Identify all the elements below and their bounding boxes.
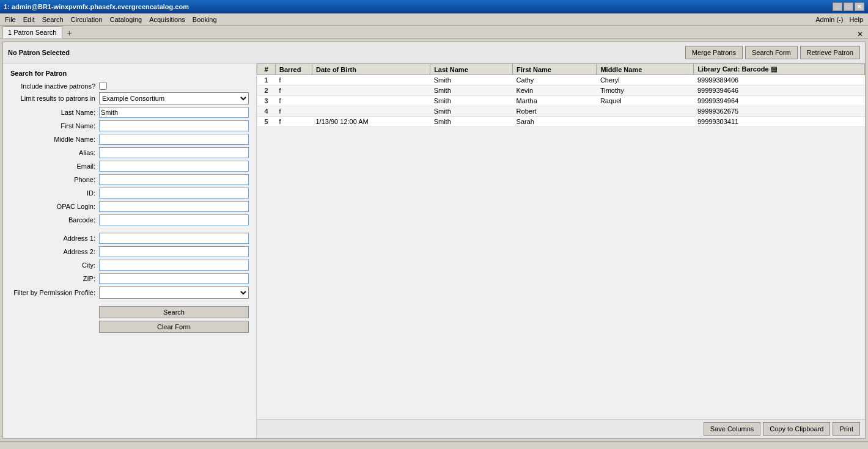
middle-name-input[interactable]: [99, 134, 249, 145]
col-header-first-name: First Name: [513, 64, 597, 75]
cell-first-name: Sarah: [513, 117, 597, 127]
phone-row: Phone:: [10, 174, 249, 185]
search-for-patron-title: Search for Patron: [10, 70, 249, 77]
cell-barcode: 99999389406: [694, 75, 865, 86]
title-controls[interactable]: _ □ ✕: [833, 2, 864, 11]
city-row: City:: [10, 260, 249, 271]
filter-permission-label: Filter by Permission Profile:: [10, 289, 99, 296]
close-window-button[interactable]: ✕: [855, 2, 864, 11]
print-button[interactable]: Print: [833, 422, 860, 436]
merge-patrons-button[interactable]: Merge Patrons: [685, 46, 743, 59]
save-columns-button[interactable]: Save Columns: [704, 422, 761, 436]
add-tab-button[interactable]: +: [64, 27, 76, 38]
opac-login-input[interactable]: [99, 201, 249, 212]
include-inactive-row: Include inactive patrons?: [10, 82, 249, 90]
cell-num: 1: [257, 75, 276, 86]
bottom-bar: Save Columns Copy to Clipboard Print: [257, 419, 865, 438]
results-tbody: 1 f Smith Cathy Cheryl 99999389406 2 f S…: [257, 75, 865, 127]
first-name-label: First Name:: [10, 122, 99, 130]
main-content: No Patron Selected Merge Patrons Search …: [2, 42, 866, 439]
status-bar: [0, 441, 868, 449]
cell-last-name: Smith: [430, 117, 513, 127]
cell-first-name: Robert: [513, 106, 597, 117]
email-label: Email:: [10, 162, 99, 170]
admin-label[interactable]: Admin (-): [815, 16, 843, 23]
left-panel: Search for Patron Include inactive patro…: [3, 64, 257, 438]
menu-booking[interactable]: Booking: [189, 15, 221, 24]
cell-barcode: 99999394646: [694, 86, 865, 96]
retrieve-patron-button[interactable]: Retrieve Patron: [800, 46, 860, 59]
table-row[interactable]: 5 f 1/13/90 12:00 AM Smith Sarah 9999930…: [257, 117, 865, 127]
menu-file[interactable]: File: [1, 15, 20, 24]
phone-input[interactable]: [99, 174, 249, 185]
address2-label: Address 2:: [10, 248, 99, 255]
top-buttons: Merge Patrons Search Form Retrieve Patro…: [685, 46, 860, 59]
title-bar: 1: admin@BR1-winxpvmfx.phasefx.evergreen…: [0, 0, 868, 13]
help-label[interactable]: Help: [849, 16, 863, 23]
menu-edit[interactable]: Edit: [20, 15, 39, 24]
filter-permission-row: Filter by Permission Profile:: [10, 287, 249, 299]
barcode-input[interactable]: [99, 214, 249, 225]
menu-acquisitions[interactable]: Acquisitions: [145, 15, 189, 24]
filter-permission-select[interactable]: [99, 287, 249, 299]
last-name-label: Last Name:: [10, 109, 99, 116]
cell-first-name: Cathy: [513, 75, 597, 86]
clear-form-button[interactable]: Clear Form: [99, 321, 249, 333]
minimize-button[interactable]: _: [833, 2, 842, 11]
last-name-input[interactable]: [99, 107, 249, 118]
col-header-dob: Date of Birth: [312, 64, 430, 75]
cell-first-name: Kevin: [513, 86, 597, 96]
table-row[interactable]: 2 f Smith Kevin Timothy 99999394646: [257, 86, 865, 96]
include-inactive-label: Include inactive patrons?: [10, 82, 99, 90]
id-input[interactable]: [99, 188, 249, 199]
cell-dob: [312, 106, 430, 117]
email-input[interactable]: [99, 161, 249, 172]
cell-first-name: Martha: [513, 96, 597, 106]
top-bar: No Patron Selected Merge Patrons Search …: [3, 42, 865, 64]
cell-dob: [312, 86, 430, 96]
address1-row: Address 1:: [10, 233, 249, 244]
alias-input[interactable]: [99, 147, 249, 158]
alias-row: Alias:: [10, 147, 249, 158]
address2-row: Address 2:: [10, 246, 249, 257]
no-patron-label: No Patron Selected: [8, 49, 70, 56]
cell-middle-name: [597, 106, 694, 117]
maximize-button[interactable]: □: [844, 2, 853, 11]
address1-input[interactable]: [99, 233, 249, 244]
zip-label: ZIP:: [10, 275, 99, 282]
zip-input[interactable]: [99, 273, 249, 284]
zip-row: ZIP:: [10, 273, 249, 284]
alias-label: Alias:: [10, 149, 99, 156]
search-button[interactable]: Search: [99, 306, 249, 318]
action-buttons: Search Clear Form: [10, 306, 249, 333]
menu-circulation[interactable]: Circulation: [67, 15, 106, 24]
cell-num: 2: [257, 86, 276, 96]
title-bar-text: 1: admin@BR1-winxpvmfx.phasefx.evergreen…: [4, 3, 833, 10]
phone-label: Phone:: [10, 176, 99, 183]
last-name-row: Last Name:: [10, 107, 249, 118]
table-header-row: # Barred Date of Birth Last Name First N…: [257, 64, 865, 75]
tab-bar-close-button[interactable]: ✕: [855, 30, 866, 38]
include-inactive-checkbox[interactable]: [99, 82, 107, 90]
address2-input[interactable]: [99, 246, 249, 257]
cell-last-name: Smith: [430, 96, 513, 106]
results-table: # Barred Date of Birth Last Name First N…: [257, 64, 865, 127]
tab-patron-search[interactable]: 1 Patron Search: [2, 26, 62, 38]
cell-dob: [312, 75, 430, 86]
barcode-label: Barcode:: [10, 216, 99, 224]
table-row[interactable]: 4 f Smith Robert 99999362675: [257, 106, 865, 117]
first-name-input[interactable]: [99, 120, 249, 131]
admin-area: Admin (-) Help: [815, 16, 867, 23]
copy-to-clipboard-button[interactable]: Copy to Clipboard: [763, 422, 830, 436]
cell-barred: f: [276, 96, 312, 106]
table-row[interactable]: 1 f Smith Cathy Cheryl 99999389406: [257, 75, 865, 86]
table-row[interactable]: 3 f Smith Martha Raquel 99999394964: [257, 96, 865, 106]
city-input[interactable]: [99, 260, 249, 271]
limit-results-select[interactable]: Example Consortium BR1 BR2 BR3: [99, 92, 249, 104]
search-form-button[interactable]: Search Form: [745, 46, 798, 59]
cell-barcode: 99999394964: [694, 96, 865, 106]
results-table-container: # Barred Date of Birth Last Name First N…: [257, 64, 865, 419]
opac-login-label: OPAC Login:: [10, 203, 99, 210]
menu-cataloging[interactable]: Cataloging: [106, 15, 146, 24]
menu-search[interactable]: Search: [39, 15, 67, 24]
